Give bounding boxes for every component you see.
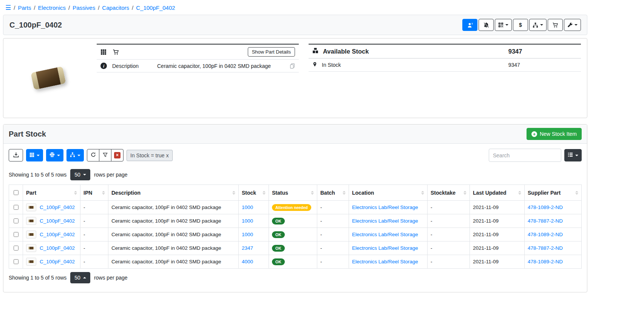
breadcrumb-separator: / bbox=[34, 5, 35, 11]
filter-button[interactable] bbox=[99, 149, 111, 161]
part-thumbnail bbox=[26, 244, 36, 252]
filter-tag-close[interactable]: x bbox=[166, 152, 169, 158]
location-link[interactable]: Electronics Lab/Reel Storage bbox=[352, 232, 418, 237]
stock-options-dropdown-button[interactable] bbox=[66, 149, 84, 161]
copy-icon[interactable] bbox=[290, 63, 295, 69]
columns-dropdown-button[interactable] bbox=[26, 149, 43, 161]
description-cell: Ceramic capacitor, 100pF in 0402 SMD pac… bbox=[108, 201, 239, 214]
available-stock-title: Available Stock bbox=[323, 48, 369, 55]
select-all-checkbox[interactable] bbox=[14, 190, 19, 195]
show-part-details-button[interactable]: Show Part Details bbox=[248, 47, 295, 57]
column-header-status[interactable]: Status bbox=[269, 185, 317, 201]
page-size-button[interactable]: 50 bbox=[70, 272, 90, 283]
part-thumbnail bbox=[26, 231, 36, 238]
part-settings-button[interactable] bbox=[564, 19, 581, 31]
stock-table: Part IPN Description Stock Status Batch … bbox=[9, 184, 582, 269]
ipn-cell: - bbox=[80, 228, 108, 241]
stock-actions-button[interactable] bbox=[529, 19, 547, 31]
supplier-part-link[interactable]: 478-1089-2-ND bbox=[528, 232, 563, 237]
stocktake-cell: - bbox=[428, 241, 470, 255]
row-checkbox[interactable] bbox=[14, 259, 19, 264]
column-header-part[interactable]: Part bbox=[23, 185, 80, 201]
location-link[interactable]: Electronics Lab/Reel Storage bbox=[352, 245, 418, 251]
remove-filters-icon: × bbox=[114, 152, 120, 158]
stock-quantity-link[interactable]: 1000 bbox=[242, 204, 253, 210]
cart-icon[interactable] bbox=[113, 49, 119, 55]
view-mode-dropdown-button[interactable] bbox=[564, 149, 582, 161]
location-link[interactable]: Electronics Lab/Reel Storage bbox=[352, 218, 418, 224]
row-checkbox[interactable] bbox=[14, 246, 19, 251]
cart-icon bbox=[552, 22, 558, 28]
pricing-button[interactable]: $ bbox=[513, 19, 528, 31]
subscribe-button[interactable] bbox=[462, 19, 477, 31]
supplier-part-link[interactable]: 478-7887-2-ND bbox=[528, 245, 563, 251]
part-image[interactable] bbox=[9, 44, 87, 112]
new-stock-item-button[interactable]: + New Stock Item bbox=[527, 128, 582, 140]
notifications-off-button[interactable] bbox=[479, 19, 494, 31]
stock-quantity-link[interactable]: 4000 bbox=[242, 259, 253, 264]
part-link[interactable]: C_100pF_0402 bbox=[40, 245, 75, 251]
caret-down-icon bbox=[77, 155, 80, 156]
ipn-cell: - bbox=[80, 255, 108, 269]
breadcrumb-separator: / bbox=[14, 5, 15, 11]
breadcrumb-item-parts[interactable]: Parts bbox=[18, 5, 31, 11]
column-header-ipn[interactable]: IPN bbox=[80, 185, 108, 201]
column-header-batch[interactable]: Batch bbox=[317, 185, 349, 201]
search-input[interactable] bbox=[489, 149, 561, 162]
row-checkbox[interactable] bbox=[14, 205, 19, 210]
location-link[interactable]: Electronics Lab/Reel Storage bbox=[352, 259, 418, 264]
showing-rows-text: Showing 1 to 5 of 5 rows bbox=[9, 172, 66, 178]
breadcrumb-item-current-part[interactable]: C_100pF_0402 bbox=[136, 5, 175, 11]
sort-icon bbox=[421, 191, 424, 195]
order-part-button[interactable] bbox=[548, 19, 563, 31]
part-stock-header: Part Stock + New Stock Item bbox=[3, 125, 587, 144]
table-row: C_100pF_0402 - Ceramic capacitor, 100pF … bbox=[9, 214, 582, 228]
part-thumbnail bbox=[26, 203, 36, 211]
page-size-button[interactable]: 50 bbox=[70, 169, 90, 180]
breadcrumb-item-electronics[interactable]: Electronics bbox=[38, 5, 66, 11]
page: ☰ / Parts / Electronics / Passives / Cap… bbox=[3, 2, 587, 292]
list-icon bbox=[568, 152, 573, 158]
stock-quantity-link[interactable]: 1000 bbox=[242, 232, 253, 237]
description-cell: Ceramic capacitor, 100pF in 0402 SMD pac… bbox=[108, 241, 239, 255]
stock-quantity-link[interactable]: 1000 bbox=[242, 218, 253, 224]
column-header-description[interactable]: Description bbox=[108, 185, 239, 201]
column-header-location[interactable]: Location bbox=[349, 185, 428, 201]
description-label: Description bbox=[112, 63, 152, 69]
column-header-stocktake[interactable]: Stocktake bbox=[428, 185, 470, 201]
in-stock-row: In Stock 9347 bbox=[309, 58, 581, 72]
menu-icon[interactable]: ☰ bbox=[5, 4, 11, 12]
select-all-header[interactable] bbox=[9, 185, 23, 201]
part-link[interactable]: C_100pF_0402 bbox=[40, 259, 75, 264]
caret-up-icon bbox=[83, 277, 86, 278]
status-badge: OK bbox=[272, 218, 285, 224]
grid-view-icon[interactable] bbox=[100, 49, 107, 55]
column-header-stock[interactable]: Stock bbox=[239, 185, 269, 201]
supplier-part-link[interactable]: 478-1089-2-ND bbox=[528, 259, 563, 264]
breadcrumb-item-passives[interactable]: Passives bbox=[73, 5, 95, 11]
status-badge: OK bbox=[272, 231, 285, 238]
part-link[interactable]: C_100pF_0402 bbox=[40, 232, 75, 237]
part-link[interactable]: C_100pF_0402 bbox=[40, 218, 75, 224]
description-cell: Ceramic capacitor, 100pF in 0402 SMD pac… bbox=[108, 214, 239, 228]
breadcrumb-item-capacitors[interactable]: Capacitors bbox=[102, 5, 129, 11]
description-cell: Ceramic capacitor, 100pF in 0402 SMD pac… bbox=[108, 255, 239, 269]
part-link[interactable]: C_100pF_0402 bbox=[40, 204, 75, 210]
supplier-part-link[interactable]: 478-1089-2-ND bbox=[528, 204, 563, 210]
page-size-value: 50 bbox=[74, 172, 80, 178]
location-link[interactable]: Electronics Lab/Reel Storage bbox=[352, 204, 418, 210]
refresh-button[interactable] bbox=[87, 149, 99, 161]
row-checkbox[interactable] bbox=[14, 218, 19, 223]
stock-quantity-link[interactable]: 2347 bbox=[242, 245, 253, 251]
row-checkbox[interactable] bbox=[14, 232, 19, 237]
export-button[interactable] bbox=[9, 149, 23, 161]
filter-tag-label: In Stock = true bbox=[130, 152, 165, 158]
remove-filters-button[interactable]: × bbox=[111, 149, 124, 161]
column-header-supplier-part[interactable]: Supplier Part bbox=[525, 185, 582, 201]
barcode-actions-button[interactable] bbox=[495, 19, 512, 31]
column-header-last-updated[interactable]: Last Updated bbox=[470, 185, 525, 201]
filter-tag[interactable]: In Stock = truex bbox=[127, 150, 173, 161]
print-dropdown-button[interactable] bbox=[46, 149, 63, 161]
supplier-part-link[interactable]: 478-7887-2-ND bbox=[528, 218, 563, 224]
sort-icon bbox=[232, 191, 235, 195]
